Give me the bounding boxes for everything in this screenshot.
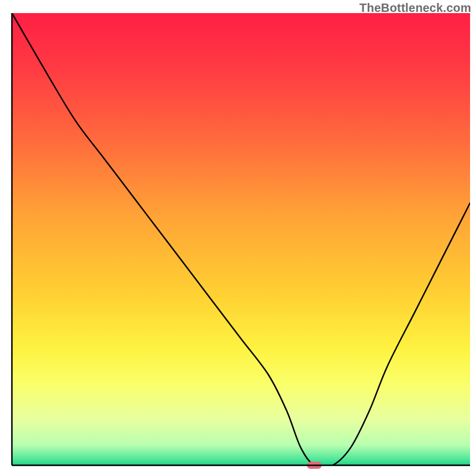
watermark-label: TheBottleneck.com (359, 1, 471, 15)
bottleneck-chart: TheBottleneck.com (0, 0, 476, 476)
gradient-background (12, 13, 470, 465)
chart-canvas (0, 0, 476, 476)
